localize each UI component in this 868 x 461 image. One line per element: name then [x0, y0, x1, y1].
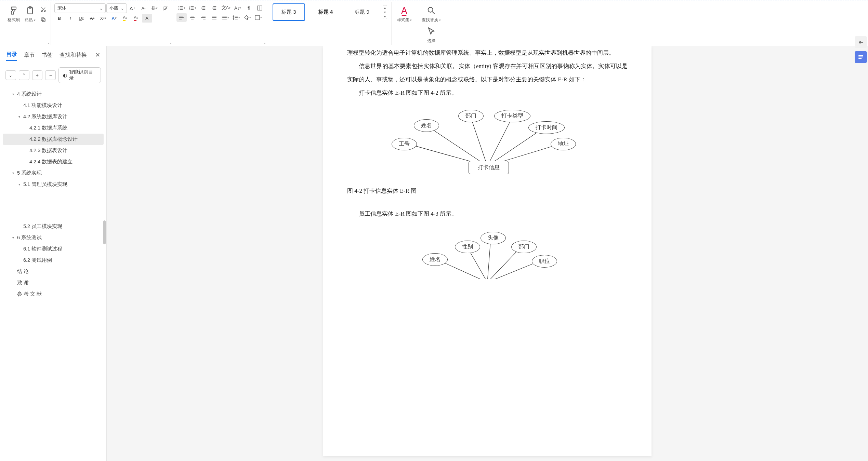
font-group: 宋体 小四 A+ A- 拼 B I U A X² A A A A ⌄ [52, 2, 173, 45]
toc-item[interactable]: 4.2.3 数据表设计 [3, 145, 104, 156]
svg-rect-5 [42, 19, 45, 22]
decrease-indent-button[interactable] [198, 3, 209, 12]
grow-font-button[interactable]: A+ [128, 4, 138, 13]
clear-format-button[interactable] [160, 4, 171, 13]
toc-item[interactable]: 4.2.2 数据库概念设计 [3, 134, 104, 145]
svg-rect-21 [179, 17, 184, 17]
rail-expand-button[interactable]: ⇤ [855, 46, 867, 48]
toc-item[interactable]: 致 谢 [3, 277, 104, 288]
line-spacing-button[interactable] [231, 13, 241, 22]
svg-point-8 [178, 8, 179, 8]
clipboard-launcher[interactable]: ⌄ [47, 41, 50, 44]
borders-button[interactable] [253, 13, 263, 22]
toc-item[interactable]: ▾5.1 管理员模块实现 [3, 179, 104, 190]
toc-item[interactable]: 结 论 [3, 266, 104, 277]
toc-scrollbar[interactable] [103, 220, 106, 244]
align-justify-button[interactable] [209, 13, 220, 22]
styleset-icon: A̲ [401, 5, 407, 16]
style-heading4[interactable]: 标题 4 [310, 4, 342, 21]
shrink-font-button[interactable]: A- [139, 4, 149, 13]
svg-rect-36 [235, 17, 238, 17]
strikethrough-button[interactable]: A [87, 14, 97, 23]
text-effect-button[interactable]: A [109, 14, 119, 23]
body-paragraph: 理模型转化为适合电子计算机的数据库管理系统。事实上，数据模型是从现实世界到机器世… [347, 46, 628, 59]
toc-item[interactable]: 6.1 软件测试过程 [3, 243, 104, 255]
close-pane-button[interactable]: ✕ [95, 51, 100, 61]
svg-rect-22 [179, 19, 182, 19]
select-button[interactable]: 选择 [424, 24, 438, 45]
style-gallery-scroll[interactable]: ▴▾▾ [383, 5, 387, 19]
italic-button[interactable]: I [65, 14, 76, 23]
toc-item[interactable]: 参 考 文 献 [3, 288, 104, 300]
char-shading-button[interactable]: A [142, 14, 152, 23]
svg-rect-11 [180, 8, 183, 8]
sort-button[interactable]: A↓ [233, 3, 243, 12]
increase-indent-button[interactable] [209, 3, 220, 12]
toc-item[interactable]: 6.2 测试用例 [3, 255, 104, 266]
right-rail: ⇤ [854, 46, 868, 67]
style-heading9[interactable]: 标题 9 [346, 4, 378, 21]
tab-find-replace[interactable]: 查找和替换 [60, 52, 87, 61]
svg-rect-18 [190, 9, 194, 10]
toc-item[interactable]: ▾4.2 系统数据库设计 [3, 111, 104, 122]
tab-chapter[interactable]: 章节 [24, 52, 35, 61]
shading-button[interactable] [242, 13, 252, 22]
er-attr: 性别 [455, 241, 480, 253]
font-family-select[interactable]: 宋体 [54, 3, 106, 13]
toc-item[interactable]: ▾6 系统测试 [3, 232, 104, 243]
toc-item-label: 4.2.4 数据表的建立 [29, 159, 73, 165]
font-color-button[interactable]: A [131, 14, 141, 23]
svg-point-7 [178, 6, 179, 7]
superscript-button[interactable]: X² [98, 14, 108, 23]
align-right-button[interactable] [198, 13, 209, 22]
toc-item[interactable]: 4.1 功能模块设计 [3, 100, 104, 111]
distributed-button[interactable] [220, 13, 231, 22]
toc-item[interactable]: 5.2 员工模块实现 [3, 221, 104, 232]
align-left-button[interactable] [176, 13, 187, 22]
paragraph-group: 123 文A A↓ ¶ ⌄ [174, 2, 267, 45]
tab-bookmark[interactable]: 书签 [42, 52, 53, 61]
style-set-button[interactable]: A̲ 样式集 [395, 3, 414, 24]
paste-button[interactable]: 粘贴 [23, 3, 38, 24]
svg-rect-10 [180, 6, 183, 6]
font-size-select[interactable]: 小四 [106, 3, 127, 13]
document-area[interactable]: 理模型转化为适合电子计算机的数据库管理系统。事实上，数据模型是从现实世界到机器世… [107, 46, 868, 461]
highlight-button[interactable]: A [120, 14, 130, 23]
add-heading-button[interactable]: + [32, 70, 43, 80]
paragraph-launcher[interactable]: ⌄ [263, 41, 266, 44]
brush-icon [9, 5, 18, 16]
bold-button[interactable]: B [54, 14, 65, 23]
font-launcher[interactable]: ⌄ [169, 41, 172, 44]
toc-item-label: 6.1 软件测试过程 [23, 246, 62, 252]
toc-item[interactable]: ▾5 系统实现 [3, 167, 104, 179]
align-center-button[interactable] [187, 13, 198, 22]
numbering-button[interactable]: 123 [187, 3, 198, 12]
collapse-down-button[interactable]: ⌄ [5, 70, 16, 80]
smart-toc-button[interactable]: ◐ 智能识别目录 [58, 67, 101, 83]
text-direction-button[interactable]: 文A [220, 3, 232, 12]
find-replace-button[interactable]: 查找替换 [420, 3, 443, 24]
toc-item[interactable]: 4.2.4 数据表的建立 [3, 156, 104, 167]
tab-toc[interactable]: 目录 [6, 51, 17, 61]
collapse-up-button[interactable]: ⌃ [19, 70, 29, 80]
svg-rect-30 [212, 17, 216, 17]
borders-grid-button[interactable] [254, 3, 265, 12]
toc-item[interactable]: ▾4 系统设计 [3, 89, 104, 100]
format-painter-button[interactable]: 格式刷 [5, 3, 22, 24]
find-group: 查找替换 选择 [418, 2, 445, 45]
remove-heading-button[interactable]: − [45, 70, 56, 80]
toc-item[interactable]: 4.2.1 数据库系统 [3, 122, 104, 134]
show-marks-button[interactable]: ¶ [244, 3, 254, 12]
ribbon-toolbar: 格式刷 粘贴 ⌄ 宋体 小四 A+ A- [0, 0, 868, 46]
toc-item-label: 5.2 员工模块实现 [23, 223, 62, 230]
bullets-button[interactable] [176, 3, 187, 12]
style-heading3[interactable]: 标题 3 [273, 3, 305, 21]
copy-button[interactable] [38, 15, 49, 24]
toc-item-label: 4.1 功能模块设计 [23, 102, 62, 109]
rail-outline-button[interactable] [855, 51, 867, 63]
document-page: 理模型转化为适合电子计算机的数据库管理系统。事实上，数据模型是从现实世界到机器世… [323, 46, 652, 456]
underline-button[interactable]: U [76, 14, 87, 23]
change-case-button[interactable]: 拼 [149, 4, 160, 13]
svg-line-43 [487, 116, 513, 166]
cut-button[interactable] [38, 5, 49, 14]
